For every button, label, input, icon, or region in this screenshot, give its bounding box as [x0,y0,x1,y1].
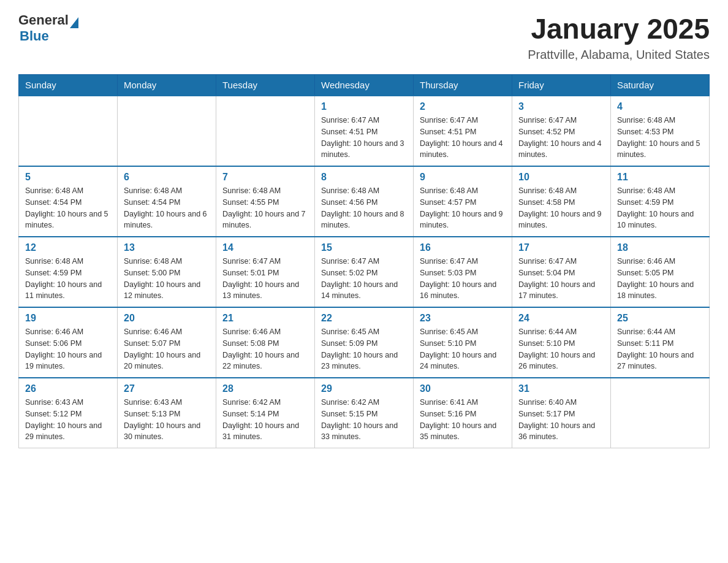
calendar-cell: 11Sunrise: 6:48 AM Sunset: 4:59 PM Dayli… [611,166,710,237]
day-of-week-header: Tuesday [216,75,315,96]
calendar-cell: 19Sunrise: 6:46 AM Sunset: 5:06 PM Dayli… [19,307,118,378]
calendar-cell: 4Sunrise: 6:48 AM Sunset: 4:53 PM Daylig… [611,96,710,166]
calendar-cell [216,96,315,166]
day-info: Sunrise: 6:43 AM Sunset: 5:13 PM Dayligh… [124,397,210,443]
calendar-cell: 12Sunrise: 6:48 AM Sunset: 4:59 PM Dayli… [19,237,118,307]
day-info: Sunrise: 6:44 AM Sunset: 5:10 PM Dayligh… [518,326,604,372]
day-number: 26 [25,383,111,394]
day-of-week-header: Thursday [414,75,512,96]
calendar-cell [19,96,118,166]
calendar-cell: 27Sunrise: 6:43 AM Sunset: 5:13 PM Dayli… [118,378,216,448]
day-of-week-header: Friday [512,75,611,96]
calendar-cell: 25Sunrise: 6:44 AM Sunset: 5:11 PM Dayli… [611,307,710,378]
location-subtitle: Prattville, Alabama, United States [528,48,710,62]
day-info: Sunrise: 6:48 AM Sunset: 4:53 PM Dayligh… [617,115,703,161]
day-number: 10 [518,172,604,183]
day-info: Sunrise: 6:42 AM Sunset: 5:15 PM Dayligh… [321,397,407,443]
day-info: Sunrise: 6:45 AM Sunset: 5:09 PM Dayligh… [321,326,407,372]
calendar-cell: 2Sunrise: 6:47 AM Sunset: 4:51 PM Daylig… [414,96,512,166]
day-number: 17 [518,242,604,253]
logo[interactable]: General Blue [18,12,78,44]
calendar-cell: 3Sunrise: 6:47 AM Sunset: 4:52 PM Daylig… [512,96,611,166]
day-info: Sunrise: 6:46 AM Sunset: 5:07 PM Dayligh… [124,326,210,372]
calendar-cell: 24Sunrise: 6:44 AM Sunset: 5:10 PM Dayli… [512,307,611,378]
day-info: Sunrise: 6:48 AM Sunset: 4:59 PM Dayligh… [617,185,703,231]
day-number: 25 [617,313,703,324]
calendar-cell: 28Sunrise: 6:42 AM Sunset: 5:14 PM Dayli… [216,378,315,448]
day-number: 19 [25,313,111,324]
day-number: 13 [124,242,210,253]
day-number: 12 [25,242,111,253]
week-row: 12Sunrise: 6:48 AM Sunset: 4:59 PM Dayli… [19,237,710,307]
day-info: Sunrise: 6:48 AM Sunset: 4:56 PM Dayligh… [321,185,407,231]
day-number: 7 [222,172,308,183]
day-number: 18 [617,242,703,253]
day-info: Sunrise: 6:43 AM Sunset: 5:12 PM Dayligh… [25,397,111,443]
day-info: Sunrise: 6:47 AM Sunset: 5:04 PM Dayligh… [518,256,604,302]
day-info: Sunrise: 6:48 AM Sunset: 4:54 PM Dayligh… [25,185,111,231]
calendar-cell: 15Sunrise: 6:47 AM Sunset: 5:02 PM Dayli… [315,237,414,307]
day-info: Sunrise: 6:47 AM Sunset: 5:01 PM Dayligh… [222,256,308,302]
day-number: 27 [124,383,210,394]
logo-blue-text: Blue [20,28,49,44]
calendar-cell: 9Sunrise: 6:48 AM Sunset: 4:57 PM Daylig… [414,166,512,237]
calendar-cell: 10Sunrise: 6:48 AM Sunset: 4:58 PM Dayli… [512,166,611,237]
logo-general-text: General [18,12,69,28]
day-of-week-header: Sunday [19,75,118,96]
calendar-cell: 20Sunrise: 6:46 AM Sunset: 5:07 PM Dayli… [118,307,216,378]
day-number: 28 [222,383,308,394]
day-number: 21 [222,313,308,324]
day-number: 15 [321,242,407,253]
day-info: Sunrise: 6:46 AM Sunset: 5:06 PM Dayligh… [25,326,111,372]
day-info: Sunrise: 6:48 AM Sunset: 5:00 PM Dayligh… [124,256,210,302]
calendar-cell: 21Sunrise: 6:46 AM Sunset: 5:08 PM Dayli… [216,307,315,378]
day-info: Sunrise: 6:47 AM Sunset: 4:51 PM Dayligh… [420,115,506,161]
day-number: 6 [124,172,210,183]
calendar-cell: 14Sunrise: 6:47 AM Sunset: 5:01 PM Dayli… [216,237,315,307]
calendar-cell: 1Sunrise: 6:47 AM Sunset: 4:51 PM Daylig… [315,96,414,166]
day-number: 8 [321,172,407,183]
day-info: Sunrise: 6:42 AM Sunset: 5:14 PM Dayligh… [222,397,308,443]
day-number: 3 [518,101,604,112]
day-info: Sunrise: 6:44 AM Sunset: 5:11 PM Dayligh… [617,326,703,372]
day-info: Sunrise: 6:41 AM Sunset: 5:16 PM Dayligh… [420,397,506,443]
day-info: Sunrise: 6:47 AM Sunset: 4:52 PM Dayligh… [518,115,604,161]
calendar-table: SundayMondayTuesdayWednesdayThursdayFrid… [18,74,710,448]
calendar-cell: 22Sunrise: 6:45 AM Sunset: 5:09 PM Dayli… [315,307,414,378]
day-info: Sunrise: 6:47 AM Sunset: 5:03 PM Dayligh… [420,256,506,302]
day-number: 2 [420,101,506,112]
day-of-week-header: Saturday [611,75,710,96]
day-info: Sunrise: 6:48 AM Sunset: 4:57 PM Dayligh… [420,185,506,231]
day-number: 30 [420,383,506,394]
day-number: 4 [617,101,703,112]
calendar-cell: 26Sunrise: 6:43 AM Sunset: 5:12 PM Dayli… [19,378,118,448]
page-header: General Blue January 2025 Prattville, Al… [18,12,710,62]
day-number: 11 [617,172,703,183]
calendar-cell: 13Sunrise: 6:48 AM Sunset: 5:00 PM Dayli… [118,237,216,307]
calendar-cell: 16Sunrise: 6:47 AM Sunset: 5:03 PM Dayli… [414,237,512,307]
day-number: 1 [321,101,407,112]
week-row: 19Sunrise: 6:46 AM Sunset: 5:06 PM Dayli… [19,307,710,378]
calendar-cell: 6Sunrise: 6:48 AM Sunset: 4:54 PM Daylig… [118,166,216,237]
day-number: 29 [321,383,407,394]
day-info: Sunrise: 6:47 AM Sunset: 4:51 PM Dayligh… [321,115,407,161]
day-number: 20 [124,313,210,324]
calendar-cell: 8Sunrise: 6:48 AM Sunset: 4:56 PM Daylig… [315,166,414,237]
day-info: Sunrise: 6:47 AM Sunset: 5:02 PM Dayligh… [321,256,407,302]
calendar-header-row: SundayMondayTuesdayWednesdayThursdayFrid… [19,75,710,96]
calendar-cell [118,96,216,166]
day-info: Sunrise: 6:45 AM Sunset: 5:10 PM Dayligh… [420,326,506,372]
logo-triangle-icon [70,17,78,28]
calendar-cell: 29Sunrise: 6:42 AM Sunset: 5:15 PM Dayli… [315,378,414,448]
week-row: 26Sunrise: 6:43 AM Sunset: 5:12 PM Dayli… [19,378,710,448]
day-of-week-header: Monday [118,75,216,96]
calendar-cell: 23Sunrise: 6:45 AM Sunset: 5:10 PM Dayli… [414,307,512,378]
calendar-cell [611,378,710,448]
day-info: Sunrise: 6:48 AM Sunset: 4:55 PM Dayligh… [222,185,308,231]
day-info: Sunrise: 6:40 AM Sunset: 5:17 PM Dayligh… [518,397,604,443]
day-number: 31 [518,383,604,394]
day-info: Sunrise: 6:46 AM Sunset: 5:05 PM Dayligh… [617,256,703,302]
calendar-cell: 31Sunrise: 6:40 AM Sunset: 5:17 PM Dayli… [512,378,611,448]
day-info: Sunrise: 6:48 AM Sunset: 4:59 PM Dayligh… [25,256,111,302]
day-number: 9 [420,172,506,183]
